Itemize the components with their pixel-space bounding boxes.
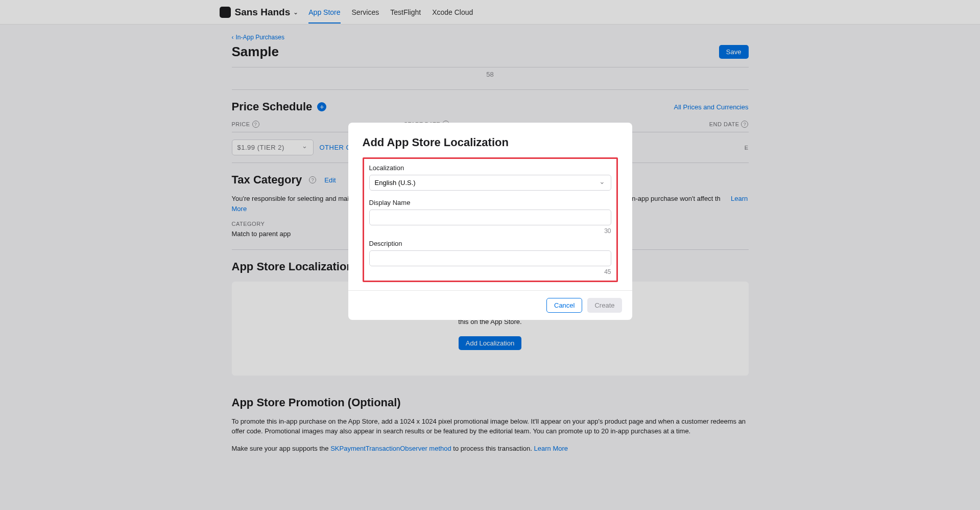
modal-overlay: Add App Store Localization Localization … <box>0 0 980 470</box>
modal-title: Add App Store Localization <box>363 136 618 149</box>
display-name-label: Display Name <box>369 199 611 206</box>
localization-select[interactable]: English (U.S.) <box>369 175 611 191</box>
description-label: Description <box>369 240 611 247</box>
display-name-count: 30 <box>369 227 611 235</box>
description-input[interactable] <box>369 250 611 266</box>
description-count: 45 <box>369 268 611 275</box>
create-button[interactable]: Create <box>587 298 622 313</box>
localization-label: Localization <box>369 164 611 172</box>
cancel-button[interactable]: Cancel <box>546 298 582 313</box>
highlight-box: Localization English (U.S.) Display Name… <box>363 157 618 282</box>
display-name-input[interactable] <box>369 210 611 225</box>
add-localization-modal: Add App Store Localization Localization … <box>348 123 632 320</box>
